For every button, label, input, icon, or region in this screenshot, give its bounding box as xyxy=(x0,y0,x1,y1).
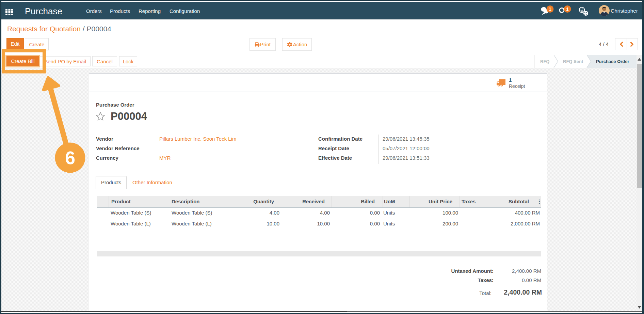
svg-text:Purchase Order: Purchase Order xyxy=(596,59,629,64)
svg-text:6: 6 xyxy=(65,147,75,168)
svg-text:RFQ: RFQ xyxy=(540,59,549,64)
svg-text:1: 1 xyxy=(549,6,551,12)
svg-text:RFQ Sent: RFQ Sent xyxy=(563,59,583,64)
svg-text:1: 1 xyxy=(566,6,569,12)
